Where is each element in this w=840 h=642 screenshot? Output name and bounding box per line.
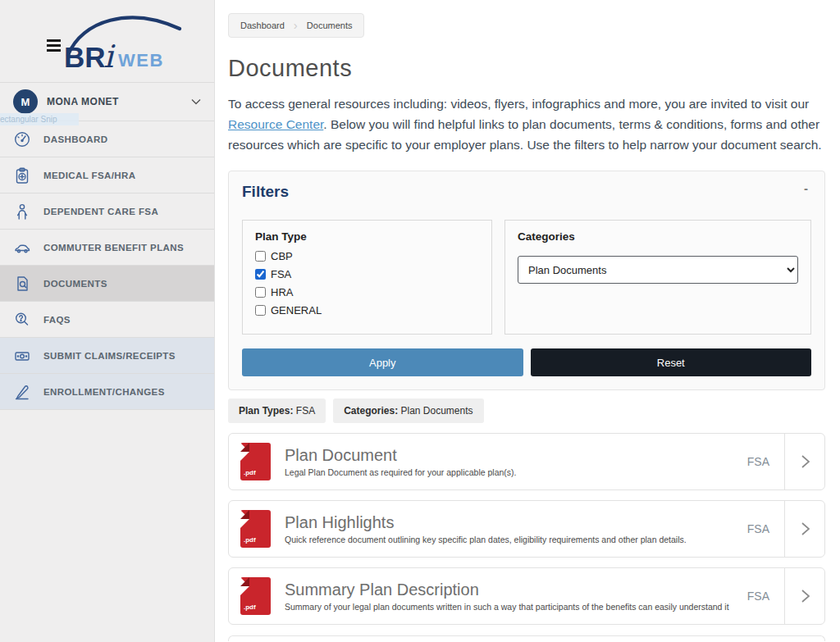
open-document-button[interactable] bbox=[784, 568, 824, 624]
magnifier-question-icon bbox=[13, 311, 31, 329]
document-description: Summary of your legal plan documents wri… bbox=[285, 602, 747, 612]
sidebar-item-label: FAQS bbox=[43, 315, 71, 325]
page-title: Documents bbox=[228, 55, 825, 82]
document-description: Legal Plan Document as required for your… bbox=[285, 467, 747, 477]
reset-button[interactable]: Reset bbox=[531, 348, 812, 376]
document-row-plan-highlights[interactable]: .pdf Plan Highlights Quick reference doc… bbox=[228, 500, 825, 558]
logo-text-i: i bbox=[103, 39, 116, 75]
open-document-button[interactable] bbox=[784, 501, 824, 557]
checkbox-row-general[interactable]: GENERAL bbox=[255, 304, 479, 316]
breadcrumb-dashboard[interactable]: Dashboard bbox=[240, 20, 285, 30]
cbp-label: CBP bbox=[271, 250, 293, 262]
fsa-checkbox[interactable] bbox=[255, 269, 266, 280]
chevron-right-icon bbox=[800, 453, 810, 470]
plan-type-badge: FSA bbox=[747, 522, 769, 535]
logo-text-web: WEB bbox=[118, 50, 164, 71]
checkbox-row-cbp[interactable]: CBP bbox=[255, 250, 479, 262]
document-row-partial bbox=[228, 635, 825, 641]
plan-type-heading: Plan Type bbox=[255, 230, 479, 243]
plan-type-group: Plan Type CBP FSA HRA GENERAL bbox=[242, 220, 492, 335]
sidebar-item-label: DASHBOARD bbox=[43, 134, 107, 144]
resource-center-link[interactable]: Resource Center bbox=[228, 117, 323, 131]
checkbox-row-fsa[interactable]: FSA bbox=[255, 268, 479, 280]
filters-title: Filters bbox=[242, 183, 289, 201]
document-list: .pdf Plan Document Legal Plan Document a… bbox=[228, 433, 825, 641]
sidebar-item-dashboard[interactable]: DASHBOARD bbox=[0, 121, 214, 157]
logo-text-br: BR bbox=[64, 41, 106, 73]
car-icon bbox=[13, 239, 31, 257]
clipboard-shield-icon bbox=[13, 166, 31, 184]
filter-buttons: Apply Reset bbox=[242, 348, 811, 376]
intro-paragraph: To access general resources including: v… bbox=[228, 93, 825, 155]
categories-tag-value: Plan Documents bbox=[398, 405, 472, 417]
document-title: Plan Highlights bbox=[285, 513, 747, 532]
general-checkbox[interactable] bbox=[255, 305, 266, 316]
filters-panel: Filters - Plan Type CBP FSA HRA bbox=[228, 171, 825, 390]
avatar: M bbox=[13, 89, 38, 114]
plan-types-tag: Plan Types: FSA bbox=[228, 398, 326, 423]
pdf-file-icon: .pdf bbox=[240, 577, 271, 615]
apply-button[interactable]: Apply bbox=[242, 348, 523, 376]
sidebar-item-faqs[interactable]: FAQS bbox=[0, 302, 214, 338]
document-search-icon bbox=[13, 275, 31, 293]
sidebar-item-submit-claims-receipts[interactable]: SUBMIT CLAIMS/RECEIPTS bbox=[0, 338, 214, 374]
document-info: Summary Plan Description Summary of your… bbox=[285, 581, 747, 612]
fsa-label: FSA bbox=[271, 268, 291, 280]
snipping-tool-artifact: ectangular Snip bbox=[0, 113, 79, 125]
categories-heading: Categories bbox=[518, 230, 798, 243]
plan-types-tag-label: Plan Types: bbox=[239, 405, 293, 417]
cbp-checkbox[interactable] bbox=[255, 251, 266, 262]
open-document-button[interactable] bbox=[784, 434, 824, 489]
sidebar: BR i WEB M MONA MONET ectangular Snip DA… bbox=[0, 0, 215, 642]
breadcrumb-separator-icon: › bbox=[294, 21, 298, 30]
document-title: Summary Plan Description bbox=[285, 581, 747, 599]
hra-checkbox[interactable] bbox=[255, 287, 266, 298]
sidebar-item-label: SUBMIT CLAIMS/RECEIPTS bbox=[43, 351, 176, 361]
person-icon bbox=[13, 203, 31, 221]
checkbox-row-hra[interactable]: HRA bbox=[255, 286, 479, 298]
sidebar-item-enrollment-changes[interactable]: ENROLLMENT/CHANGES bbox=[0, 374, 214, 410]
categories-select[interactable]: Plan Documents bbox=[518, 256, 798, 284]
breadcrumb-documents[interactable]: Documents bbox=[307, 20, 353, 30]
collapse-panel-icon[interactable]: - bbox=[801, 183, 811, 194]
user-name: MONA MONET bbox=[47, 96, 119, 107]
document-info: Plan Highlights Quick reference document… bbox=[285, 513, 747, 544]
document-info: Plan Document Legal Plan Document as req… bbox=[285, 446, 747, 477]
document-title: Plan Document bbox=[285, 446, 747, 465]
plan-types-tag-value: FSA bbox=[293, 405, 315, 417]
main-content: Dashboard › Documents Documents To acces… bbox=[216, 0, 840, 641]
hra-label: HRA bbox=[271, 286, 293, 298]
categories-group: Categories Plan Documents bbox=[504, 220, 811, 335]
pdf-extension-label: .pdf bbox=[244, 603, 256, 611]
categories-tag: Categories: Plan Documents bbox=[333, 398, 483, 423]
filter-boxes: Plan Type CBP FSA HRA GENERAL bbox=[242, 220, 811, 335]
sidebar-item-dependent-care-fsa[interactable]: DEPENDENT CARE FSA bbox=[0, 194, 214, 230]
pdf-extension-label: .pdf bbox=[244, 469, 256, 476]
sidebar-item-label: MEDICAL FSA/HRA bbox=[43, 171, 135, 180]
categories-tag-label: Categories: bbox=[344, 405, 398, 417]
gauge-icon bbox=[13, 130, 31, 148]
filters-header: Filters - bbox=[242, 183, 811, 201]
sidebar-item-commuter-benefit-plans[interactable]: COMMUTER BENEFIT PLANS bbox=[0, 230, 214, 266]
sidebar-item-medical-fsa-hra[interactable]: MEDICAL FSA/HRA bbox=[0, 157, 214, 194]
chevron-down-icon bbox=[191, 98, 201, 105]
logo-area: BR i WEB bbox=[0, 0, 214, 83]
plan-type-badge: FSA bbox=[747, 590, 769, 603]
breadcrumb: Dashboard › Documents bbox=[228, 13, 364, 38]
intro-text-before: To access general resources including: v… bbox=[228, 97, 809, 111]
banknote-icon bbox=[13, 347, 31, 365]
sidebar-item-label: COMMUTER BENEFIT PLANS bbox=[43, 243, 184, 253]
document-description: Quick reference document outlining key s… bbox=[285, 535, 747, 544]
document-row-summary-plan-description[interactable]: .pdf Summary Plan Description Summary of… bbox=[228, 567, 825, 625]
pdf-extension-label: .pdf bbox=[244, 536, 256, 544]
sidebar-item-label: ENROLLMENT/CHANGES bbox=[43, 387, 165, 397]
sidebar-item-label: DOCUMENTS bbox=[43, 279, 107, 289]
active-filter-tags: Plan Types: FSA Categories: Plan Documen… bbox=[228, 398, 825, 423]
hamburger-menu-icon[interactable] bbox=[47, 39, 61, 54]
document-row-plan-document[interactable]: .pdf Plan Document Legal Plan Document a… bbox=[228, 433, 825, 490]
sidebar-item-documents[interactable]: DOCUMENTS bbox=[0, 266, 214, 302]
general-label: GENERAL bbox=[271, 304, 322, 316]
chevron-right-icon bbox=[800, 588, 810, 604]
pdf-file-icon: .pdf bbox=[240, 443, 271, 480]
briweb-logo[interactable]: BR i WEB bbox=[62, 11, 198, 75]
